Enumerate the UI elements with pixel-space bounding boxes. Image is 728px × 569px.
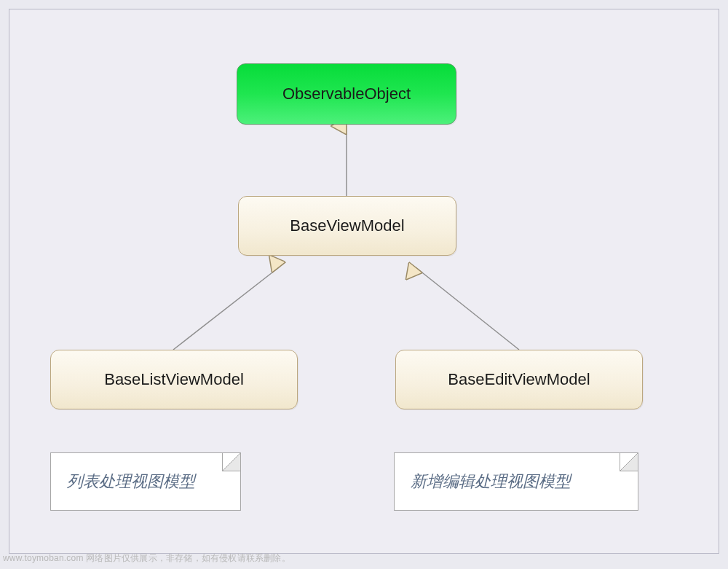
note-text: 新增编辑处理视图模型 <box>411 471 571 493</box>
class-node-base-view-model[interactable]: BaseViewModel <box>238 196 456 256</box>
note-list-view-model[interactable]: 列表处理视图模型 <box>50 452 241 511</box>
class-node-base-list-view-model[interactable]: BaseListViewModel <box>50 350 298 409</box>
class-label: BaseViewModel <box>290 216 404 235</box>
class-label: ObservableObject <box>282 85 411 103</box>
class-node-base-edit-view-model[interactable]: BaseEditViewModel <box>395 350 643 409</box>
class-label: BaseEditViewModel <box>448 370 590 389</box>
class-label: BaseListViewModel <box>104 370 244 389</box>
svg-line-1 <box>173 267 279 350</box>
note-edit-view-model[interactable]: 新增编辑处理视图模型 <box>394 452 638 511</box>
class-node-observable-object[interactable]: ObservableObject <box>237 63 456 125</box>
diagram-canvas: ObservableObject BaseViewModel BaseListV… <box>9 9 719 554</box>
note-text: 列表处理视图模型 <box>67 471 195 493</box>
svg-line-2 <box>416 267 519 350</box>
watermark-text: www.toymoban.com 网络图片仅供展示，非存储，如有侵权请联系删除。 <box>3 552 290 565</box>
